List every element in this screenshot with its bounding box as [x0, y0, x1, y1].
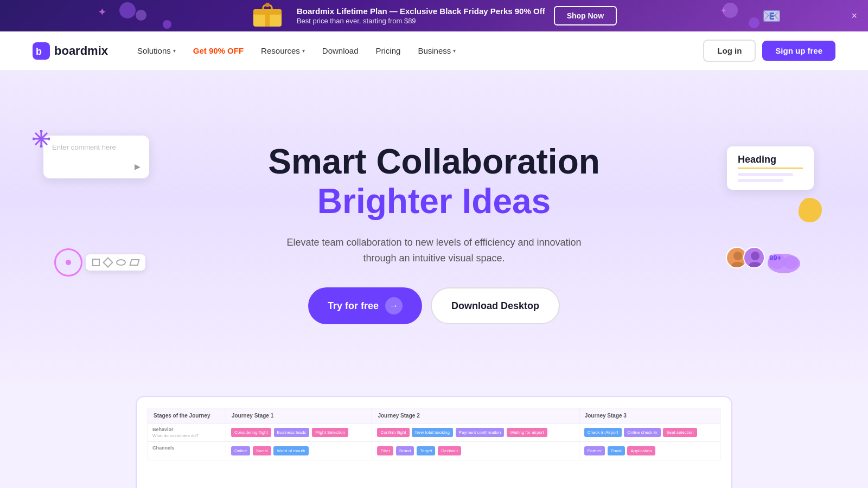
journey-map-table: Stages of the Journey Journey Stage 1 Jo… [148, 408, 720, 460]
sticky-note: Considering flight [231, 428, 271, 437]
hero-subtitle: Elevate team collaboration to new levels… [282, 235, 586, 266]
svg-point-10 [40, 130, 43, 133]
nav-resources[interactable]: Resources ▾ [253, 42, 312, 60]
parallelogram-shape-icon [129, 259, 139, 266]
nav-solutions[interactable]: Solutions ▾ [130, 42, 183, 60]
nav-get-off[interactable]: Get 90% OFF [186, 42, 251, 60]
comment-placeholder-text: Enter comment here [52, 143, 141, 151]
heading-card-lines [738, 173, 803, 182]
sticky-note: Confirm flight [377, 428, 409, 437]
ellipse-shape-icon [116, 259, 126, 266]
sticky-note: Word of mouth [273, 446, 308, 455]
hero-content: Smart Collaboration Brighter Ideas Eleva… [268, 142, 600, 325]
solutions-chevron-icon: ▾ [173, 48, 176, 54]
shapes-toolbar [86, 254, 145, 271]
yellow-blob-decoration [795, 195, 825, 227]
row-behavior-label: Behavior [152, 427, 221, 432]
sticky-note: Email [608, 446, 625, 455]
hero-title-line2: Brighter Ideas [317, 182, 551, 221]
nav-pricing[interactable]: Pricing [368, 42, 409, 60]
arrow-icon: → [385, 297, 403, 314]
try-for-free-button[interactable]: Try for free → [308, 287, 422, 324]
sticky-note: Online [231, 446, 250, 455]
col-stage1: Journey Stage 1 [226, 408, 372, 423]
business-chevron-icon: ▾ [453, 48, 456, 54]
nav-business[interactable]: Business ▾ [410, 42, 463, 60]
sticky-note: Brand [396, 446, 414, 455]
svg-point-3 [265, 3, 270, 7]
comment-widget: Enter comment here ▶ [43, 136, 149, 178]
row-channels-label: Channels [152, 445, 221, 451]
svg-point-16 [783, 256, 799, 269]
sticky-note: Check-in Airport [584, 428, 622, 437]
preview-card: Stages of the Journey Journey Stage 1 Jo… [136, 396, 732, 488]
sticky-note: Partner [584, 446, 605, 455]
col-stage3: Journey Stage 3 [579, 408, 720, 423]
svg-point-11 [40, 145, 43, 148]
avatars-group: 99+ [726, 247, 781, 268]
promo-banner: ✦ ✦ 📧 Boardmix Lifetime Plan — Exclusive… [0, 0, 868, 31]
hero-title-line1: Smart Collaboration [268, 142, 600, 181]
square-shape-icon [92, 259, 100, 266]
heading-card-widget: Heading [727, 146, 814, 190]
col-stages: Stages of the Journey [148, 408, 226, 423]
sticky-note: Business leads [274, 428, 310, 437]
gift-icon [251, 2, 284, 28]
comment-send-icon[interactable]: ▶ [135, 162, 141, 171]
resources-chevron-icon: ▾ [302, 48, 305, 54]
preview-section: Stages of the Journey Journey Stage 1 Jo… [0, 385, 868, 488]
sticky-note: Online check-in [624, 428, 660, 437]
sticky-note: New total booking [412, 428, 453, 437]
svg-point-13 [48, 138, 50, 140]
login-button[interactable]: Log in [703, 40, 756, 62]
nav-links: Solutions ▾ Get 90% OFF Resources ▾ Down… [130, 42, 703, 60]
logo-text: boardmix [54, 44, 108, 58]
sticky-note: Seat selection [663, 428, 697, 437]
table-row: Channels Online Social Word of mouth Fil… [148, 442, 720, 460]
avatar-count-text: 99+ [769, 254, 781, 262]
heading-card-text: Heading [738, 154, 803, 169]
sticky-note: Application [627, 446, 655, 455]
svg-text:b: b [36, 46, 42, 57]
hero-buttons: Try for free → Download Desktop [268, 287, 600, 324]
sticky-note: Target [417, 446, 435, 455]
sticky-note: Waiting for airport [507, 428, 547, 437]
heading-line-2 [738, 179, 783, 182]
table-row: Behavior What do customers do? Consideri… [148, 423, 720, 442]
svg-point-21 [751, 252, 760, 260]
banner-title: Boardmix Lifetime Plan — Exclusive Black… [297, 7, 545, 16]
nav-actions: Log in Sign up free [703, 40, 835, 62]
nav-download[interactable]: Download [315, 42, 366, 60]
shapes-toolbar-widget [54, 248, 145, 277]
sticky-note: Payment confirmation [456, 428, 504, 437]
banner-close-button[interactable]: × [851, 10, 857, 22]
banner-subtitle: Best price than ever, starting from $89 [297, 17, 416, 25]
col-stage2: Journey Stage 2 [372, 408, 579, 423]
heading-line-1 [738, 173, 793, 176]
sticky-note: Flight Selection [312, 428, 348, 437]
sticky-note: Social [253, 446, 271, 455]
circle-shape-decoration [54, 248, 82, 277]
hero-section: Enter comment here ▶ Head [0, 70, 868, 385]
row-behavior-sub: What do customers do? [152, 433, 221, 438]
logo-link[interactable]: b boardmix [33, 42, 108, 60]
shop-now-button[interactable]: Shop Now [554, 6, 617, 25]
avatar-2 [743, 247, 765, 268]
main-navbar: b boardmix Solutions ▾ Get 90% OFF Resou… [0, 31, 868, 70]
snowflake-decoration [33, 130, 50, 151]
svg-point-18 [733, 252, 742, 260]
logo-icon: b [33, 42, 50, 60]
sticky-note: Decision [438, 446, 461, 455]
download-desktop-button[interactable]: Download Desktop [431, 287, 560, 324]
signup-button[interactable]: Sign up free [762, 41, 835, 61]
sticky-note: Filter [377, 446, 393, 455]
hero-title: Smart Collaboration Brighter Ideas [268, 142, 600, 222]
svg-point-12 [33, 138, 35, 140]
diamond-shape-icon [103, 257, 113, 268]
svg-rect-2 [265, 9, 270, 27]
